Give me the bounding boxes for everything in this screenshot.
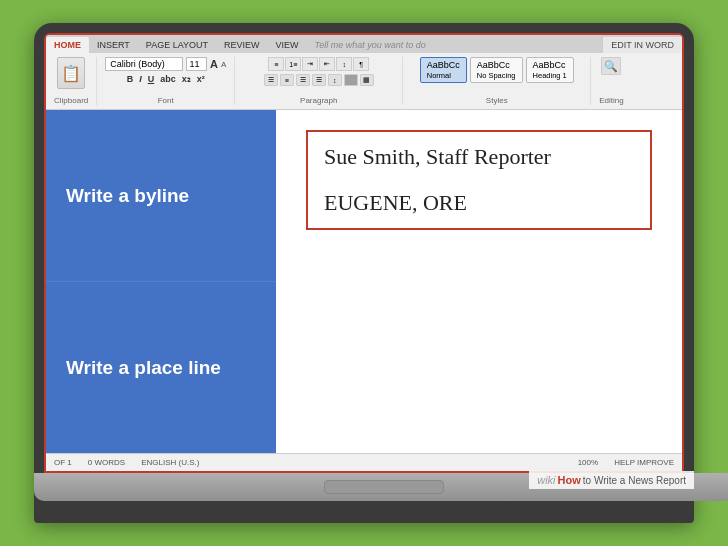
- ribbon: HOME INSERT PAGE LAYOUT REVIEW VIEW Tell…: [46, 35, 682, 110]
- clipboard-label: Clipboard: [54, 96, 88, 105]
- status-bar: OF 1 0 WORDS ENGLISH (U.S.) 100% HELP IM…: [46, 453, 682, 471]
- font-controls: B I U abc x₂ x²: [125, 74, 207, 84]
- tab-insert[interactable]: INSERT: [89, 37, 138, 53]
- editing-section: 🔍 Editing: [599, 57, 631, 105]
- tab-review[interactable]: REVIEW: [216, 37, 268, 53]
- bold-button[interactable]: B: [125, 74, 136, 84]
- trackpad[interactable]: [324, 480, 444, 494]
- zoom-level: 100%: [578, 458, 598, 467]
- underline-button[interactable]: U: [146, 74, 157, 84]
- help-improve[interactable]: HELP IMPROVE: [614, 458, 674, 467]
- ribbon-content: 📋 Clipboard Calibri (Body) 11 A A B I U: [46, 53, 682, 109]
- styles-row: AaBbCcNormal AaBbCcNo Spacing AaBbCcHead…: [420, 57, 574, 83]
- font-size-box[interactable]: 11: [186, 57, 207, 71]
- align-icons: ☰ ≡ ☰ ☰ ↕ ▦: [264, 74, 374, 86]
- font-grow-icon[interactable]: A: [210, 58, 218, 70]
- tell-input[interactable]: Tell me what you want to do: [307, 37, 603, 53]
- language-indicator: ENGLISH (U.S.): [141, 458, 199, 467]
- sort-icon[interactable]: ↕: [336, 57, 352, 71]
- align-left-icon[interactable]: ☰: [264, 74, 278, 86]
- tab-page-layout[interactable]: PAGE LAYOUT: [138, 37, 216, 53]
- byline-label: Write a byline: [46, 110, 276, 282]
- align-right-icon[interactable]: ☰: [296, 74, 310, 86]
- bullet-list-icon[interactable]: ≡: [268, 57, 284, 71]
- line-spacing-icon[interactable]: ↕: [328, 74, 342, 86]
- find-icon[interactable]: 🔍: [601, 57, 621, 75]
- font-shrink-icon[interactable]: A: [221, 60, 226, 69]
- strikethrough-button[interactable]: abc: [158, 74, 178, 84]
- subscript-button[interactable]: x₂: [180, 74, 193, 84]
- outdent-icon[interactable]: ⇤: [319, 57, 335, 71]
- status-right: 100% HELP IMPROVE: [578, 458, 674, 467]
- word-count: 0 WORDS: [88, 458, 125, 467]
- borders-icon[interactable]: ▦: [360, 74, 374, 86]
- wikihow-badge: wiki How to Write a News Report: [529, 471, 694, 489]
- doc-content[interactable]: Sue Smith, Staff Reporter EUGENE, ORE: [276, 110, 682, 453]
- paste-button[interactable]: 📋: [57, 57, 85, 89]
- numbered-list-icon[interactable]: 1≡: [285, 57, 301, 71]
- superscript-button[interactable]: x²: [195, 74, 207, 84]
- show-marks-icon[interactable]: ¶: [353, 57, 369, 71]
- italic-button[interactable]: I: [137, 74, 144, 84]
- style-normal-button[interactable]: AaBbCcNormal: [420, 57, 467, 83]
- wikihow-how: How: [558, 474, 581, 486]
- tab-view[interactable]: VIEW: [268, 37, 307, 53]
- list-icons: ≡ 1≡ ⇥ ⇤ ↕ ¶: [268, 57, 369, 71]
- font-name-box[interactable]: Calibri (Body): [105, 57, 182, 71]
- wikihow-wiki: wiki: [537, 474, 555, 486]
- tab-home[interactable]: HOME: [46, 37, 89, 53]
- font-section: Calibri (Body) 11 A A B I U abc x₂ x² Fo…: [105, 57, 235, 105]
- laptop: HOME INSERT PAGE LAYOUT REVIEW VIEW Tell…: [34, 23, 694, 523]
- byline-text: Sue Smith, Staff Reporter: [324, 144, 634, 170]
- styles-section: AaBbCcNormal AaBbCcNo Spacing AaBbCcHead…: [411, 57, 591, 105]
- justify-icon[interactable]: ☰: [312, 74, 326, 86]
- ribbon-tabs: HOME INSERT PAGE LAYOUT REVIEW VIEW Tell…: [46, 35, 682, 53]
- align-center-icon[interactable]: ≡: [280, 74, 294, 86]
- indent-icon[interactable]: ⇥: [302, 57, 318, 71]
- font-label: Font: [158, 96, 174, 105]
- style-no-spacing-button[interactable]: AaBbCcNo Spacing: [470, 57, 523, 83]
- editing-label: Editing: [599, 96, 623, 105]
- wikihow-text: to Write a News Report: [583, 475, 686, 486]
- label-panel: Write a byline Write a place line: [46, 110, 276, 453]
- edit-in-word-button[interactable]: EDIT IN WORD: [602, 37, 682, 53]
- font-top: Calibri (Body) 11 A A: [105, 57, 226, 71]
- doc-area: Write a byline Write a place line Sue Sm…: [46, 110, 682, 453]
- paragraph-section: ≡ 1≡ ⇥ ⇤ ↕ ¶ ☰ ≡ ☰ ☰ ↕ ▦: [243, 57, 403, 105]
- style-heading1-button[interactable]: AaBbCcHeading 1: [526, 57, 574, 83]
- placeline-label: Write a place line: [46, 282, 276, 453]
- paragraph-label: Paragraph: [300, 96, 337, 105]
- highlighted-box: Sue Smith, Staff Reporter EUGENE, ORE: [306, 130, 652, 230]
- clipboard-section: 📋 Clipboard: [54, 57, 97, 105]
- page-count: OF 1: [54, 458, 72, 467]
- laptop-screen: HOME INSERT PAGE LAYOUT REVIEW VIEW Tell…: [44, 33, 684, 473]
- placeline-text: EUGENE, ORE: [324, 190, 634, 216]
- shading-icon[interactable]: [344, 74, 358, 86]
- styles-label: Styles: [486, 96, 508, 105]
